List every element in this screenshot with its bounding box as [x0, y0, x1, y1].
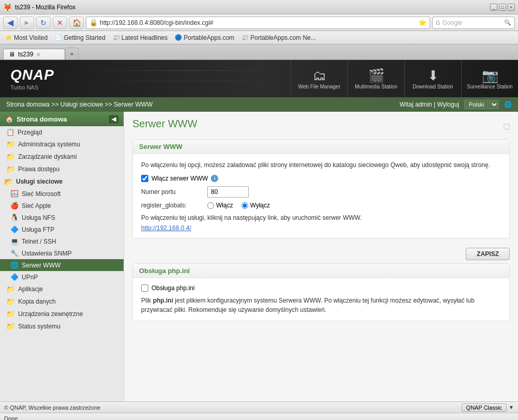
sidebar-item-label: Aplikacje [18, 286, 43, 293]
save-row: ZAPISZ [132, 245, 510, 263]
sidebar-collapse-button[interactable]: ◀ [109, 115, 118, 123]
browser-titlebar: 🦊 ts239 - Mozilla Firefox _ □ ✕ [0, 0, 518, 14]
globals-on-radio[interactable] [207, 202, 214, 209]
sidebar-item-label: Ustawienia SNMP [22, 250, 72, 257]
bookmark-latest-headlines[interactable]: 📰 Latest Headlines [111, 34, 170, 42]
forward-button[interactable]: ▶ [20, 17, 34, 29]
browser-status-text: Done [4, 415, 18, 421]
nav-download-station[interactable]: ⬇ Download Station [404, 60, 461, 97]
new-tab-button[interactable]: + [65, 48, 79, 59]
nav-web-file-manager[interactable]: 🗂 Web File Manager [291, 60, 347, 97]
sidebar: 🏠 Strona domowa ◀ 📋 Przegląd 📁 Administr… [0, 112, 124, 401]
enable-www-checkbox[interactable] [141, 175, 148, 182]
bookmark-label: PortableApps.com [184, 34, 234, 41]
back-button[interactable]: ◀ [3, 17, 18, 29]
linux-icon: 🐧 [10, 214, 19, 221]
sidebar-item-prawa[interactable]: 📁 Prawa dostępu [0, 163, 124, 175]
folder-icon: 📁 [6, 285, 15, 293]
www-server-section: Serwer WWW Po włączeniu tej opcji, możes… [132, 139, 510, 238]
close-button[interactable]: ✕ [508, 4, 515, 11]
port-row: Numer portu [141, 186, 501, 198]
copyright-text: © QNAP, Wszelkie prawa zastrzeżone [4, 404, 100, 411]
sidebar-item-przeglad[interactable]: 📋 Przegląd [0, 126, 124, 138]
tab-bar: 🖥 ts239 ✕ + [0, 44, 518, 60]
sidebar-item-status[interactable]: 📁 Status systemu [0, 320, 124, 333]
bookmark-most-visited[interactable]: ⭐ Most Visited [3, 34, 50, 42]
dropdown-icon[interactable]: ▼ [509, 404, 514, 410]
sidebar-item-label: Kopia danych [18, 298, 56, 305]
stop-button[interactable]: ✕ [53, 17, 67, 29]
php-section: Obsługa php.ini Obsługa php.ini Plik php… [132, 263, 510, 321]
port-input[interactable] [207, 186, 249, 198]
sidebar-item-nfs[interactable]: 🐧 Usługa NFS [0, 212, 124, 223]
bookmark-getting-started[interactable]: 📄 Getting Started [53, 34, 108, 42]
home-button[interactable]: 🏠 [69, 17, 84, 29]
sidebar-item-snmp[interactable]: 🔧 Ustawienia SNMP [0, 247, 124, 259]
snmp-icon: 🔧 [10, 249, 19, 257]
welcome-text: Witaj admin | Wyloguj [400, 101, 459, 108]
save-button[interactable]: ZAPISZ [466, 248, 510, 260]
sidebar-item-ssh[interactable]: 💻 Telnet / SSH [0, 235, 124, 247]
www-icon: 🌐 [10, 261, 19, 269]
star-icon: ⭐ [5, 34, 12, 41]
sidebar-item-uslugi[interactable]: 📂 Usługi sieciowe [0, 175, 124, 188]
nav-label: Surveillance Station [467, 84, 512, 89]
qnap-logo: QNAP Turbo NAS [0, 62, 83, 96]
search-bar[interactable]: G Google 🔍 [432, 17, 515, 29]
php-desc-prefix: Plik [141, 297, 153, 304]
tab-ts239[interactable]: 🖥 ts239 ✕ [3, 49, 65, 59]
server-url-link[interactable]: http://192.168.0.4/ [141, 224, 191, 232]
language-selector[interactable]: Polski English [464, 100, 499, 109]
window-controls[interactable]: _ □ ✕ [490, 4, 515, 11]
bookmark-portableapps[interactable]: 🔵 PortableApps.com [173, 34, 236, 42]
sidebar-item-ftp[interactable]: 🔷 Usługa FTP [0, 223, 124, 235]
globals-off-radio[interactable] [241, 202, 248, 209]
sidebar-item-microsoft[interactable]: 🪟 Sieć Microsoft [0, 188, 124, 200]
status-right: QNAP Classic ▼ [462, 403, 514, 412]
minimize-button[interactable]: _ [490, 4, 497, 11]
folder-open-icon: 📂 [4, 177, 13, 186]
info-icon[interactable]: i [211, 175, 218, 182]
sidebar-item-admin[interactable]: 📁 Administracja systemu [0, 138, 124, 151]
sidebar-item-apple[interactable]: 🍎 Sieć Apple [0, 200, 124, 212]
qnap-app: QNAP Turbo NAS 🗂 Web File Manager 🎬 Mult… [0, 60, 518, 413]
tab-close-button[interactable]: ✕ [36, 52, 40, 57]
sidebar-item-urzadzenia[interactable]: 📁 Urządzenia zewnętrzne [0, 308, 124, 320]
sidebar-item-www[interactable]: 🌐 Serwer WWW [0, 259, 124, 271]
enable-www-label: Włącz serwer WWW [151, 175, 208, 182]
sidebar-item-label: Usługa NFS [22, 214, 55, 221]
php-section-title: Obsługa php.ini [139, 267, 190, 275]
resize-handle[interactable] [504, 124, 510, 130]
reload-button[interactable]: ↻ [36, 17, 51, 29]
home-icon: 🏠 [5, 115, 13, 123]
sidebar-item-label: Sieć Microsoft [22, 190, 60, 198]
browser-favicon: 🦊 [3, 3, 12, 11]
php-ini-checkbox[interactable] [141, 284, 148, 292]
sidebar-item-label: Status systemu [18, 323, 60, 330]
globals-on-label: Włącz [216, 202, 233, 209]
globals-off-item: Wyłącz [241, 202, 270, 209]
address-bar[interactable]: 🔒 http://192.168.0.4:8080/cgi-bin/index.… [86, 17, 430, 29]
content-area: Serwer WWW Serwer WWW Po włączeniu tej o… [124, 112, 518, 401]
service-link-desc: Po włączeniu tej usługi, kliknij na nast… [141, 214, 501, 221]
sidebar-item-dyski[interactable]: 📁 Zarządzanie dyskami [0, 151, 124, 163]
sidebar-item-aplikacje[interactable]: 📁 Aplikacje [0, 283, 124, 295]
www-section-body: Po włączeniu tej opcji, możesz załadować… [133, 154, 509, 238]
nav-multimedia-station[interactable]: 🎬 Multimedia Station [347, 60, 404, 97]
apple-icon: 🍎 [10, 202, 19, 209]
sidebar-item-kopia[interactable]: 📁 Kopia danych [0, 295, 124, 308]
sidebar-header-label: Strona domowa [17, 115, 67, 123]
breadcrumb-right: Witaj admin | Wyloguj Polski English 🌐 [400, 100, 512, 109]
qnap-classic-button[interactable]: QNAP Classic [462, 403, 507, 412]
folder-icon: 📁 [6, 322, 15, 331]
nav-surveillance-station[interactable]: 📷 Surveillance Station [461, 60, 518, 97]
qnap-logo-text: QNAP [10, 67, 72, 83]
sidebar-item-upnp[interactable]: 🔷 UPnP [0, 271, 124, 283]
bookmark-portableapps-ne[interactable]: 📰 PortableApps.com Ne... [239, 34, 318, 42]
sidebar-item-label: Zarządzanie dyskami [18, 153, 77, 160]
restore-button[interactable]: □ [499, 4, 506, 11]
breadcrumb-bar: Strona domowa >> Usługi sieciowe >> Serw… [0, 97, 518, 112]
page-title: Serwer WWW [132, 118, 197, 130]
portableapps-icon: 🔵 [175, 34, 182, 41]
folder-icon: 📁 [6, 140, 15, 148]
